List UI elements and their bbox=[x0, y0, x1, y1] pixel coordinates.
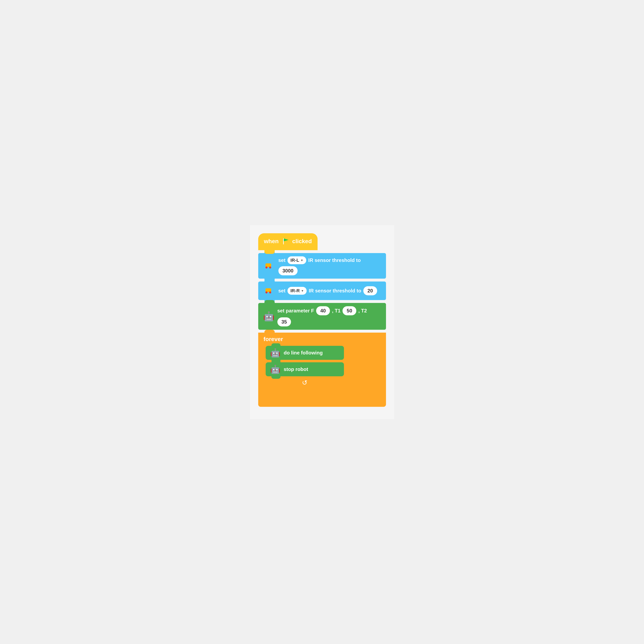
ir1-sensor-label: IR sensor threshold to bbox=[308, 257, 361, 263]
ir1-set-label: set bbox=[278, 257, 286, 263]
ir1-caret: ▼ bbox=[300, 259, 303, 262]
forever-label: forever bbox=[262, 336, 383, 343]
stop-robot-label: stop robot bbox=[284, 366, 308, 372]
stop-robot-icon: 🤖 bbox=[270, 365, 280, 373]
ir-sensor-icon-1 bbox=[263, 260, 275, 272]
param-block: 🤖 set parameter F 40 , T1 50 , T2 35 bbox=[258, 303, 386, 330]
when-clicked-block[interactable]: when clicked bbox=[258, 233, 318, 250]
loop-arrow-icon: ↺ bbox=[302, 379, 307, 387]
param-block-text: set parameter F 40 , T1 50 , T2 35 bbox=[277, 306, 381, 326]
param-robot-icon: 🤖 bbox=[263, 312, 274, 321]
ir-block-1: set IR-L ▼ IR sensor threshold to 3000 bbox=[258, 253, 386, 279]
ir-block-2: set IR-R ▼ IR sensor threshold to 20 bbox=[258, 282, 386, 300]
ir-block-2-text: set IR-R ▼ IR sensor threshold to 20 bbox=[278, 286, 377, 295]
line-following-robot-icon: 🤖 bbox=[270, 349, 280, 357]
forever-bottom-cap: ↺ bbox=[266, 378, 344, 388]
param-t1-value[interactable]: 50 bbox=[343, 306, 356, 315]
ir-block-1-text: set IR-L ▼ IR sensor threshold to 3000 bbox=[278, 256, 381, 275]
svg-point-5 bbox=[269, 266, 271, 269]
ir2-value[interactable]: 20 bbox=[363, 286, 377, 295]
ir2-sensor-label: IR sensor threshold to bbox=[309, 288, 361, 294]
line-following-label: do line following bbox=[284, 350, 323, 356]
ir1-dropdown[interactable]: IR-L ▼ bbox=[287, 256, 306, 264]
param-t2-value[interactable]: 35 bbox=[277, 317, 291, 326]
ir-sensor-icon-2 bbox=[263, 285, 275, 297]
ir2-caret: ▼ bbox=[301, 289, 304, 292]
ir1-value[interactable]: 3000 bbox=[278, 266, 298, 275]
when-label: when bbox=[264, 238, 279, 245]
svg-point-4 bbox=[265, 266, 267, 269]
svg-rect-0 bbox=[281, 237, 290, 246]
svg-point-7 bbox=[265, 291, 267, 293]
green-flag-icon bbox=[281, 237, 290, 246]
stop-robot-block: 🤖 stop robot bbox=[266, 362, 344, 376]
ir2-set-label: set bbox=[278, 288, 286, 294]
svg-rect-1 bbox=[283, 238, 284, 244]
param-label: set parameter F bbox=[277, 308, 314, 314]
ir2-dropdown[interactable]: IR-R ▼ bbox=[287, 287, 307, 295]
param-t2-label: , T2 bbox=[358, 308, 367, 314]
do-line-following-block: 🤖 do line following bbox=[266, 346, 344, 360]
forever-block: forever 🤖 do line following 🤖 stop robot… bbox=[258, 333, 386, 407]
param-t1-label: , T1 bbox=[332, 308, 340, 314]
svg-point-8 bbox=[269, 291, 271, 293]
scratch-canvas: when clicked set IR-L ▼ bbox=[250, 225, 394, 419]
forever-inner-blocks: 🤖 do line following 🤖 stop robot bbox=[266, 346, 383, 376]
clicked-label: clicked bbox=[292, 238, 312, 245]
param-f-value[interactable]: 40 bbox=[316, 306, 330, 315]
